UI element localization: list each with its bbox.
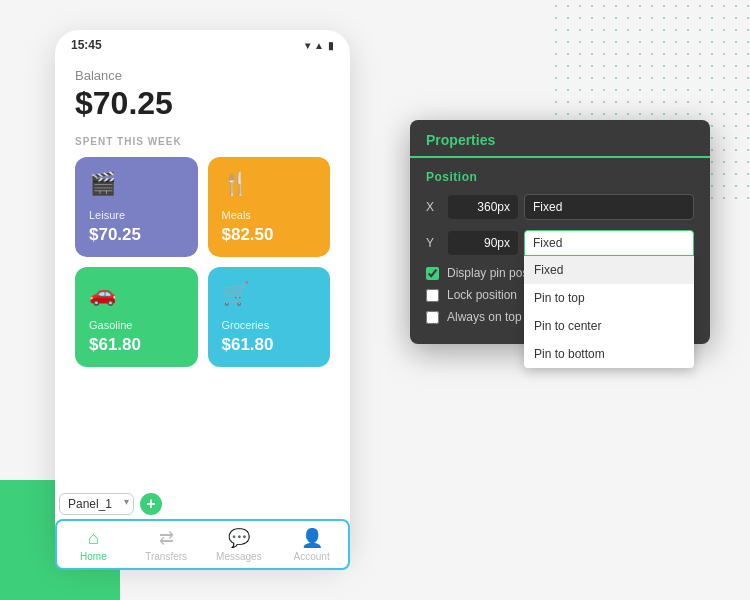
nav-item-messages[interactable]: 💬 Messages xyxy=(203,527,276,562)
home-label: Home xyxy=(80,551,107,562)
battery-icon: ▮ xyxy=(328,40,334,51)
messages-label: Messages xyxy=(216,551,262,562)
home-icon: ⌂ xyxy=(88,528,99,549)
y-mode-dropdown-menu: Fixed Pin to top Pin to center Pin to bo… xyxy=(524,256,694,368)
transfers-label: Transfers xyxy=(145,551,187,562)
dropdown-option-pin-to-top[interactable]: Pin to top xyxy=(524,284,694,312)
dropdown-option-fixed[interactable]: Fixed xyxy=(524,256,694,284)
lock-position-label: Lock position xyxy=(447,288,517,302)
position-section-title: Position xyxy=(426,170,694,184)
y-value-input[interactable] xyxy=(448,231,518,255)
y-right: Fixed Fixed Pin to top Pin to center Pin… xyxy=(448,230,694,256)
groceries-label: Groceries xyxy=(222,319,317,331)
y-mode-dropdown-container: Fixed Fixed Pin to top Pin to center Pin… xyxy=(524,230,694,256)
gasoline-label: Gasoline xyxy=(89,319,184,331)
x-mode-select[interactable]: Fixed xyxy=(524,194,694,220)
messages-icon: 💬 xyxy=(228,527,250,549)
leisure-label: Leisure xyxy=(89,209,184,221)
panel-header: Panel_1 + xyxy=(55,493,350,515)
leisure-icon: 🎬 xyxy=(89,171,184,197)
groceries-amount: $61.80 xyxy=(222,335,317,355)
x-label: X xyxy=(426,200,442,214)
always-on-top-label: Always on top xyxy=(447,310,522,324)
nav-item-home[interactable]: ⌂ Home xyxy=(57,528,130,562)
y-mode-dropdown-trigger[interactable]: Fixed xyxy=(524,230,694,256)
status-icons: ▾ ▲ ▮ xyxy=(305,40,334,51)
phone-mockup: 15:45 ▾ ▲ ▮ Balance $70.25 SPENT THIS WE… xyxy=(55,30,350,560)
meals-amount: $82.50 xyxy=(222,225,317,245)
x-value-input[interactable] xyxy=(448,195,518,219)
status-time: 15:45 xyxy=(71,38,102,52)
always-on-top-checkbox[interactable] xyxy=(426,311,439,324)
leisure-card: 🎬 Leisure $70.25 xyxy=(75,157,198,257)
display-pin-checkbox[interactable] xyxy=(426,267,439,280)
transfers-icon: ⇄ xyxy=(159,527,174,549)
panel-select-wrap[interactable]: Panel_1 xyxy=(59,493,134,515)
properties-panel: Properties Position X Fixed Y Fixed Fixe… xyxy=(410,120,710,344)
nav-item-transfers[interactable]: ⇄ Transfers xyxy=(130,527,203,562)
meals-label: Meals xyxy=(222,209,317,221)
meals-card: 🍴 Meals $82.50 xyxy=(208,157,331,257)
balance-amount: $70.25 xyxy=(75,85,330,122)
y-input-row: Fixed Fixed Pin to top Pin to center Pin… xyxy=(448,230,694,256)
wifi-icon: ▾ xyxy=(305,40,310,51)
properties-panel-title: Properties xyxy=(410,120,710,158)
bottom-nav: ⌂ Home ⇄ Transfers 💬 Messages 👤 Account xyxy=(55,519,350,570)
x-field-row: X Fixed xyxy=(426,194,694,220)
gasoline-icon: 🚗 xyxy=(89,281,184,307)
leisure-amount: $70.25 xyxy=(89,225,184,245)
y-field-row: Y Fixed Fixed Pin to top Pin to center P… xyxy=(426,230,694,256)
dropdown-option-pin-to-bottom[interactable]: Pin to bottom xyxy=(524,340,694,368)
groceries-icon: 🛒 xyxy=(222,281,317,307)
cards-grid: 🎬 Leisure $70.25 🍴 Meals $82.50 🚗 Gasoli… xyxy=(75,157,330,367)
account-icon: 👤 xyxy=(301,527,323,549)
panel-select[interactable]: Panel_1 xyxy=(59,493,134,515)
spent-this-week-label: SPENT THIS WEEK xyxy=(75,136,330,147)
groceries-card: 🛒 Groceries $61.80 xyxy=(208,267,331,367)
gasoline-card: 🚗 Gasoline $61.80 xyxy=(75,267,198,367)
y-label: Y xyxy=(426,230,442,250)
add-panel-button[interactable]: + xyxy=(140,493,162,515)
status-bar: 15:45 ▾ ▲ ▮ xyxy=(55,30,350,60)
lock-position-checkbox[interactable] xyxy=(426,289,439,302)
signal-icon: ▲ xyxy=(314,40,324,51)
gasoline-amount: $61.80 xyxy=(89,335,184,355)
properties-panel-body: Position X Fixed Y Fixed Fixed Pin to to… xyxy=(410,158,710,344)
balance-label: Balance xyxy=(75,68,330,83)
nav-item-account[interactable]: 👤 Account xyxy=(275,527,348,562)
dropdown-option-pin-to-center[interactable]: Pin to center xyxy=(524,312,694,340)
meals-icon: 🍴 xyxy=(222,171,317,197)
account-label: Account xyxy=(294,551,330,562)
phone-content: Balance $70.25 SPENT THIS WEEK 🎬 Leisure… xyxy=(55,60,350,367)
bottom-panel-wrapper: Panel_1 + ⌂ Home ⇄ Transfers 💬 Messages … xyxy=(55,493,350,570)
